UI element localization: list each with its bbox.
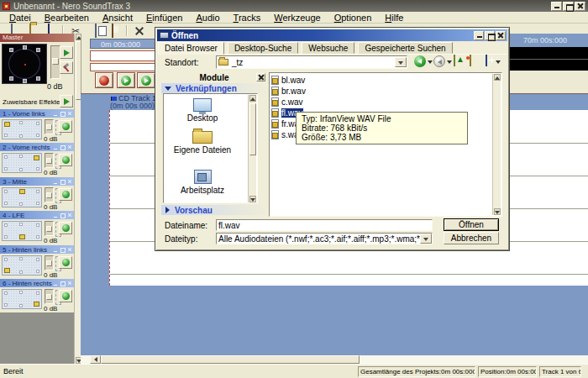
delete-button[interactable]	[131, 24, 148, 37]
scroll-up-arrow[interactable]	[494, 74, 501, 81]
channel-minimize-button[interactable]	[53, 111, 59, 117]
channel-volume-slider[interactable]	[45, 119, 54, 134]
channel-effect-button[interactable]	[59, 290, 72, 302]
filetype-dropdown-button[interactable]	[420, 234, 432, 244]
master-panel-header[interactable]: Master	[0, 34, 74, 42]
speaker-layout-thumbnail[interactable]	[2, 187, 42, 207]
shortcuts-section-header[interactable]: Verknüpfungen	[161, 83, 267, 93]
channel-minimize-button[interactable]	[53, 213, 59, 218]
channel-header[interactable]: 6 - Hinten rechts	[0, 279, 74, 287]
channel-close-button[interactable]	[66, 111, 72, 117]
speaker-layout-thumbnail[interactable]	[2, 255, 42, 276]
dialog-titlebar[interactable]: Öffnen	[157, 29, 507, 41]
speaker-layout-thumbnail[interactable]	[2, 153, 42, 173]
speaker-layout-thumbnail[interactable]	[2, 289, 42, 309]
menu-hilfe[interactable]: Hilfe	[378, 12, 410, 24]
forward-dropdown-arrow[interactable]	[447, 60, 452, 64]
tab-datei-browser[interactable]: Datei Browser	[158, 42, 224, 55]
module-close-button[interactable]	[256, 73, 265, 81]
dialog-close-button[interactable]	[496, 31, 506, 40]
preview-section-header[interactable]: Vorschau	[161, 205, 267, 215]
menu-audio[interactable]: Audio	[189, 12, 226, 24]
channel-maximize-button[interactable]	[60, 281, 66, 286]
channel-header[interactable]: 2 - Vorne rechts	[0, 143, 74, 151]
file-row[interactable]: br.wav	[271, 86, 306, 97]
channel-header[interactable]: 3 - Mitte	[0, 177, 74, 186]
channel-volume-slider[interactable]	[45, 255, 54, 270]
channel-header[interactable]: 5 - Hinten links	[0, 245, 74, 254]
copy-button[interactable]	[86, 24, 102, 37]
file-row[interactable]: c.wav	[271, 97, 303, 108]
scroll-up-arrow[interactable]	[249, 95, 256, 102]
filetype-select[interactable]: Alle Audiodateien (*.nwf;*.ac3;*.aif;*.a…	[216, 233, 433, 244]
menu-tracks[interactable]: Tracks	[227, 12, 268, 24]
scrollbar-thumb[interactable]	[249, 103, 256, 155]
menu-ansicht[interactable]: Ansicht	[96, 12, 139, 24]
slider-thumb[interactable]	[46, 226, 52, 232]
channel-close-button[interactable]	[66, 281, 72, 286]
scroll-down-arrow[interactable]	[249, 196, 256, 202]
file-list-scrollbar[interactable]	[492, 74, 501, 215]
channel-close-button[interactable]	[66, 179, 72, 185]
channel-close-button[interactable]	[66, 144, 72, 150]
scroll-left-arrow[interactable]	[90, 355, 101, 364]
menu-einfuegen[interactable]: Einfügen	[139, 12, 189, 24]
scroll-down-arrow[interactable]	[494, 208, 501, 215]
channel-header[interactable]: 1 - Vorne links	[0, 109, 74, 118]
channel-minimize-button[interactable]	[53, 247, 59, 253]
open-confirm-button[interactable]: Öffnen	[444, 218, 499, 231]
record-button[interactable]	[95, 72, 113, 88]
back-button[interactable]	[414, 55, 426, 67]
back-dropdown-arrow[interactable]	[428, 60, 433, 64]
shortcuts-scrollbar[interactable]	[248, 95, 256, 202]
views-button[interactable]	[486, 55, 487, 66]
menu-werkzeuge[interactable]: Werkzeuge	[267, 12, 327, 24]
combobox-dropdown-button[interactable]	[395, 57, 407, 67]
scrollbar-thumb[interactable]	[101, 355, 360, 364]
channel-effect-button[interactable]	[59, 120, 72, 133]
channel-effect-button[interactable]	[59, 222, 72, 234]
menu-optionen[interactable]: Optionen	[328, 12, 379, 24]
shortcut-arbeitsplatz[interactable]: Arbeitsplatz	[164, 170, 241, 195]
waveform-overview[interactable]	[508, 47, 588, 71]
cancel-button[interactable]: Abbrechen	[444, 232, 499, 244]
paste-button[interactable]	[104, 24, 121, 37]
horizontal-scrollbar[interactable]	[81, 355, 588, 364]
new-folder-button[interactable]	[470, 55, 471, 66]
filename-input[interactable]	[216, 219, 433, 231]
master-effect-button[interactable]	[60, 46, 73, 59]
channel-maximize-button[interactable]	[60, 213, 66, 218]
views-dropdown-arrow[interactable]	[496, 60, 501, 64]
slider-thumb[interactable]	[46, 294, 52, 300]
assignable-effects-button[interactable]	[60, 95, 73, 108]
channel-maximize-button[interactable]	[60, 179, 66, 185]
dialog-maximize-button[interactable]	[485, 31, 495, 40]
channel-maximize-button[interactable]	[60, 111, 66, 117]
shortcut-desktop[interactable]: Desktop	[164, 98, 241, 123]
slider-thumb[interactable]	[46, 260, 52, 266]
tab-gespeicherte-suchen[interactable]: Gespeicherte Suchen	[358, 42, 452, 54]
play-button[interactable]	[117, 72, 135, 88]
forward-button[interactable]	[433, 55, 445, 67]
play-all-button[interactable]	[137, 72, 155, 88]
channel-volume-slider[interactable]	[45, 221, 54, 236]
speaker-layout-thumbnail[interactable]	[2, 221, 42, 241]
dialog-minimize-button[interactable]	[474, 31, 484, 40]
slider-thumb[interactable]	[46, 158, 52, 164]
slider-thumb[interactable]	[46, 124, 52, 130]
channel-close-button[interactable]	[66, 213, 72, 218]
surround-panner[interactable]	[2, 44, 47, 84]
up-folder-button[interactable]	[454, 55, 455, 66]
channel-maximize-button[interactable]	[60, 144, 66, 150]
channel-volume-slider[interactable]	[45, 153, 54, 168]
tab-websuche[interactable]: Websuche	[302, 42, 354, 54]
location-combobox[interactable]: _tz	[216, 55, 407, 69]
channel-minimize-button[interactable]	[53, 179, 59, 185]
master-tools-button[interactable]	[60, 61, 73, 74]
tab-desktop-suche[interactable]: Desktop-Suche	[228, 42, 298, 54]
channel-maximize-button[interactable]	[60, 247, 66, 253]
channel-close-button[interactable]	[66, 247, 72, 253]
speaker-layout-thumbnail[interactable]	[2, 119, 42, 139]
channel-effect-button[interactable]	[59, 154, 72, 166]
minimize-button[interactable]	[551, 2, 562, 11]
